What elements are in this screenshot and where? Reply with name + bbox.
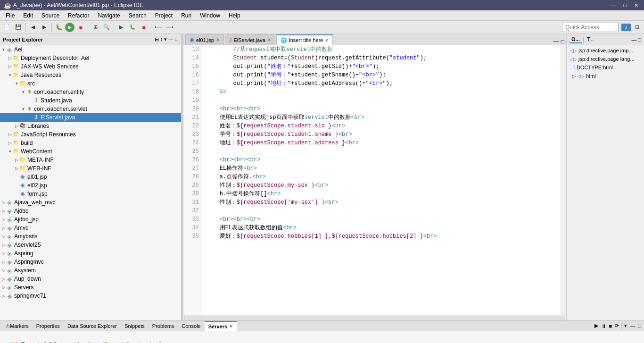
rp-tab-tasks[interactable]: T...: [585, 36, 596, 43]
tree-item-ajdbc[interactable]: ▷ ◈ Ajdbc: [0, 207, 181, 215]
rp-tab-outline[interactable]: O...: [570, 36, 582, 43]
code-scrollbar[interactable]: [561, 45, 566, 315]
menu-help[interactable]: Help: [225, 11, 244, 20]
bottom-tab-problems[interactable]: Problems: [149, 321, 178, 331]
menu-source[interactable]: Source: [38, 11, 63, 20]
perspective-button[interactable]: ⊞: [90, 22, 100, 33]
rp-item-2[interactable]: 📄 DOCTYPE:html: [568, 63, 643, 72]
rp-maximize-icon[interactable]: □: [638, 37, 641, 42]
horizontal-scrollbar[interactable]: [183, 315, 566, 320]
debug-button[interactable]: 🐛: [54, 22, 64, 33]
bottom-tab-datasource[interactable]: Data Source Explorer: [64, 321, 121, 331]
tree-item-web-inf[interactable]: ▷ 📁 WEB-INF: [0, 164, 181, 173]
quick-access-input[interactable]: [562, 23, 619, 32]
server-stop-button[interactable]: ■: [139, 22, 149, 33]
perspective-java-icon[interactable]: J: [621, 24, 631, 31]
pe-sync-icon[interactable]: ↕: [160, 36, 163, 42]
tree-item-build[interactable]: ▷ 📁 build: [0, 139, 181, 147]
tree-item-amvc[interactable]: ▷ ◈ Amvc: [0, 224, 181, 232]
rp-minimize-icon[interactable]: —: [631, 37, 636, 42]
tree-item-form[interactable]: ▷ ◉ form.jsp: [0, 190, 181, 198]
menu-search[interactable]: Search: [125, 11, 150, 20]
tree-item-asystem[interactable]: ▷ ◈ Asystem: [0, 266, 181, 275]
stop-button[interactable]: ■: [75, 22, 86, 33]
menu-window[interactable]: Window: [196, 11, 224, 20]
bt-icon-5[interactable]: ▾: [623, 323, 628, 329]
tree-item-springmvc71[interactable]: ▷ ◈ springmvc71: [0, 292, 181, 300]
tree-item-entity-pkg[interactable]: ▾ ⊕ com.xiaochen.entity: [0, 88, 181, 96]
rp-item-1[interactable]: ◁▷ jsp:directive.page lang...: [568, 55, 643, 63]
menu-run[interactable]: Run: [177, 11, 195, 20]
back-button[interactable]: ◀: [28, 22, 38, 33]
tree-item-elservlet[interactable]: ▷ J ElServlet.java: [0, 113, 181, 122]
rp-item-0[interactable]: ◁▷ jsp:directive.page imp...: [568, 46, 643, 55]
tree-item-jaxws[interactable]: ▷ 📁 JAX-WS Web Services: [0, 62, 181, 71]
bt-icon-4[interactable]: ⟳: [614, 323, 620, 329]
menu-refactor[interactable]: Refactor: [64, 11, 93, 20]
save-button[interactable]: 💾: [13, 22, 24, 33]
bt-maximize[interactable]: □: [637, 323, 642, 329]
tree-item-el01[interactable]: ▷ ◉ el01.jsp: [0, 173, 181, 181]
maximize-button[interactable]: □: [621, 2, 628, 8]
bt-icon-3[interactable]: ■: [608, 323, 613, 329]
tree-item-servlet-pkg[interactable]: ▾ ⊕ com.xiaochen.servlet: [0, 105, 181, 113]
tree-item-aspring[interactable]: ▷ ◈ Aspring: [0, 249, 181, 258]
tree-item-aspringmvc[interactable]: ▷ ◈ Aspringmvc: [0, 258, 181, 266]
bt-icon-1[interactable]: ▶: [594, 323, 599, 329]
bt-icon-2[interactable]: ⏸: [600, 323, 607, 329]
server-item[interactable]: ▷ 🐱 Tomcat v9.0 Server at localhost [Sta…: [4, 341, 162, 343]
forward-button[interactable]: ▶: [39, 22, 50, 33]
bottom-tab-snippets[interactable]: Snippets: [121, 321, 149, 331]
nav-btn-1[interactable]: ⟵: [153, 22, 164, 33]
pe-maximize-icon[interactable]: □: [175, 36, 178, 42]
bottom-tab-properties[interactable]: Properties: [33, 321, 64, 331]
tree-item-ajdbc-jsp[interactable]: ▷ ◈ Ajdbc_jsp: [0, 215, 181, 224]
menu-project[interactable]: Project: [151, 11, 176, 20]
bottom-tab-markers[interactable]: ⚠ Markers: [2, 321, 33, 331]
bt-minimize[interactable]: —: [629, 323, 636, 329]
tree-item-servers[interactable]: ▷ ◈ Servers: [0, 283, 181, 292]
tree-item-libraries[interactable]: ▷ 📚 Libraries: [0, 122, 181, 130]
pe-minimize-icon[interactable]: —: [168, 36, 173, 42]
perspective-web-icon[interactable]: ⊡: [632, 22, 642, 33]
tab-elservlet-java[interactable]: J ElServlet.java ✕: [225, 34, 275, 45]
server-debug-button[interactable]: 🐛: [127, 22, 138, 33]
tree-item-ajava[interactable]: ▷ ◈ Ajava_web_mvc: [0, 198, 181, 207]
tab-close-elservlet[interactable]: ✕: [267, 37, 271, 42]
menu-edit[interactable]: Edit: [19, 11, 37, 20]
title-bar-controls[interactable]: — □ ✕: [609, 2, 640, 8]
code-content[interactable]: //从request域中取servlet中的数据 Student student…: [202, 45, 561, 315]
run-button[interactable]: ▶: [65, 23, 74, 32]
close-button[interactable]: ✕: [632, 2, 640, 8]
tree-item-java-resources[interactable]: ▾ 📁 Java Resources: [0, 71, 181, 79]
tab-insert-title[interactable]: 🌐 Insert title here ✕: [276, 34, 333, 45]
minimize-button[interactable]: —: [609, 2, 618, 8]
tree-item-meta-inf[interactable]: ▷ 📁 META-INF: [0, 156, 181, 164]
pe-collapse-icon[interactable]: ⊟: [155, 36, 159, 42]
tab-close-icon[interactable]: ✕: [229, 324, 233, 329]
bottom-tab-console[interactable]: Console: [178, 321, 204, 331]
tree-item-ael[interactable]: ▾ ◈ Ael: [0, 45, 181, 54]
menu-navigate[interactable]: Navigate: [94, 11, 124, 20]
tab-maximize-icon[interactable]: □: [561, 38, 564, 45]
tree-item-el02[interactable]: ▷ ◉ el02.jsp: [0, 181, 181, 190]
search-toolbar-button[interactable]: 🔍: [101, 22, 112, 33]
bottom-tab-servers[interactable]: Servers ✕: [205, 321, 237, 331]
tab-close-el01[interactable]: ✕: [216, 37, 220, 42]
tree-item-aup-down[interactable]: ▷ ◈ Aup_down: [0, 275, 181, 283]
tab-close-insert[interactable]: ✕: [325, 38, 329, 43]
server-start-button[interactable]: ▶: [116, 22, 126, 33]
pe-menu-icon[interactable]: ▾: [164, 36, 167, 42]
nav-btn-2[interactable]: ⟶: [165, 22, 175, 33]
rp-item-3[interactable]: ▷ ◁▷ html: [568, 72, 643, 80]
menu-file[interactable]: File: [2, 11, 18, 20]
tab-minimize-icon[interactable]: —: [553, 38, 559, 45]
tab-el01-jsp[interactable]: ◉ el01.jsp ✕: [185, 34, 224, 45]
tree-item-student[interactable]: ▷ J Student.java: [0, 96, 181, 105]
tree-item-amybatis[interactable]: ▷ ◈ Amybatis: [0, 232, 181, 241]
tree-item-webcontent[interactable]: ▾ 📁 WebContent: [0, 147, 181, 156]
tree-item-src[interactable]: ▾ 📁 src: [0, 79, 181, 88]
code-editor[interactable]: 13 14 15 16 17 18 19 20 21 22 23 24 25 2…: [183, 45, 566, 315]
tree-item-descriptor[interactable]: ▷ 📁 Deployment Descriptor: Ael: [0, 54, 181, 62]
tree-item-js-resources[interactable]: ▷ 📁 JavaScript Resources: [0, 130, 181, 139]
